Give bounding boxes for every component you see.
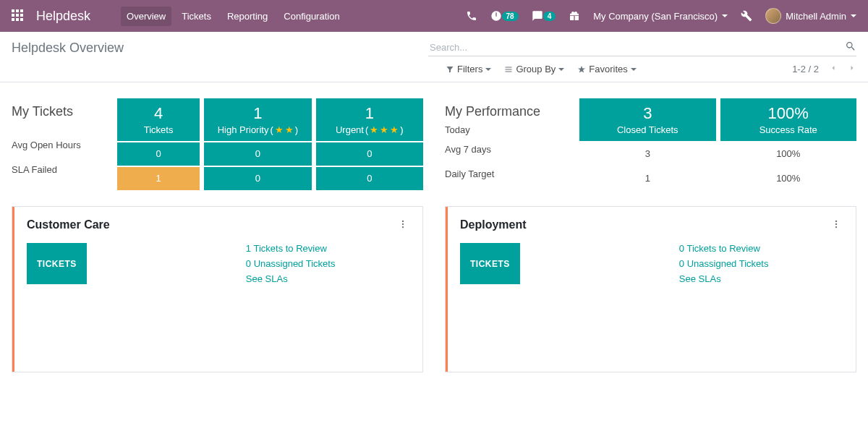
star-icon bbox=[577, 65, 586, 74]
my-tickets-panel: My Tickets Avg Open Hours SLA Failed 4 T… bbox=[12, 98, 423, 190]
groupby-button[interactable]: Group By bbox=[504, 64, 564, 74]
chevron-down-icon bbox=[722, 14, 728, 17]
search-icon[interactable] bbox=[845, 40, 856, 54]
team-name[interactable]: Customer Care bbox=[27, 218, 110, 231]
row-label-today: Today bbox=[445, 122, 575, 137]
apps-icon[interactable] bbox=[12, 9, 25, 22]
link-tickets-review[interactable]: 0 Tickets to Review bbox=[679, 243, 769, 254]
pager-prev[interactable] bbox=[829, 64, 838, 74]
more-vertical-icon bbox=[398, 219, 408, 229]
tickets-button[interactable]: TICKETS bbox=[460, 243, 520, 284]
company-name: My Company (San Francisco) bbox=[593, 11, 718, 22]
svg-point-5 bbox=[835, 226, 837, 227]
gift-icon[interactable] bbox=[569, 10, 580, 22]
svg-point-0 bbox=[402, 220, 404, 221]
svg-point-2 bbox=[402, 226, 404, 227]
link-tickets-review[interactable]: 1 Tickets to Review bbox=[246, 243, 336, 254]
pager-next[interactable] bbox=[848, 64, 856, 74]
nav-overview[interactable]: Overview bbox=[121, 7, 171, 26]
app-brand[interactable]: Helpdesk bbox=[36, 9, 90, 24]
control-panel: Helpdesk Overview Filters Group By Favor… bbox=[0, 32, 868, 82]
my-tickets-title: My Tickets bbox=[12, 104, 113, 119]
avatar bbox=[765, 8, 781, 24]
chevron-down-icon bbox=[485, 68, 491, 71]
filter-icon bbox=[446, 65, 454, 74]
star-icon: ★ bbox=[390, 124, 399, 135]
star-icon: ★ bbox=[380, 124, 388, 135]
chevron-down-icon bbox=[851, 14, 856, 17]
stat-high-priority[interactable]: 1 High Priority (★★) 0 0 bbox=[204, 98, 311, 190]
nav-configuration[interactable]: Configuration bbox=[278, 7, 345, 26]
dashboard: My Tickets Avg Open Hours SLA Failed 4 T… bbox=[0, 82, 868, 206]
svg-point-4 bbox=[835, 223, 837, 224]
breadcrumb: Helpdesk Overview bbox=[12, 40, 124, 56]
more-vertical-icon bbox=[831, 219, 841, 229]
debug-icon[interactable] bbox=[741, 10, 752, 22]
tickets-button[interactable]: TICKETS bbox=[27, 243, 87, 284]
svg-point-3 bbox=[835, 220, 837, 221]
stat-success-rate[interactable]: 100% Success Rate 100% 100% bbox=[720, 98, 857, 190]
nav-tickets[interactable]: Tickets bbox=[176, 7, 217, 26]
star-icon: ★ bbox=[285, 124, 294, 135]
filters-button[interactable]: Filters bbox=[446, 64, 491, 74]
chevron-down-icon bbox=[631, 68, 637, 71]
team-card-deployment: Deployment TICKETS 0 Tickets to Review 0… bbox=[445, 206, 856, 372]
favorites-button[interactable]: Favorites bbox=[577, 64, 636, 74]
star-icon: ★ bbox=[275, 124, 284, 135]
stat-closed-tickets[interactable]: 3 Closed Tickets 3 1 bbox=[579, 98, 716, 190]
company-selector[interactable]: My Company (San Francisco) bbox=[593, 11, 728, 22]
row-label-avg-open: Avg Open Hours bbox=[12, 132, 113, 157]
kebab-menu[interactable] bbox=[398, 219, 408, 231]
user-name: Mitchell Admin bbox=[786, 11, 846, 22]
list-icon bbox=[504, 65, 513, 74]
chevron-down-icon bbox=[558, 68, 564, 71]
team-card-customer-care: Customer Care TICKETS 1 Tickets to Revie… bbox=[12, 206, 423, 372]
link-see-slas[interactable]: See SLAs bbox=[246, 273, 336, 284]
row-label-sla-failed: SLA Failed bbox=[12, 157, 113, 182]
row-label-avg7: Avg 7 days bbox=[445, 137, 575, 161]
main-navbar: Helpdesk Overview Tickets Reporting Conf… bbox=[0, 0, 868, 32]
chevron-right-icon bbox=[848, 64, 856, 72]
messages-badge: 4 bbox=[543, 12, 556, 21]
svg-point-1 bbox=[402, 223, 404, 224]
team-cards: Customer Care TICKETS 1 Tickets to Revie… bbox=[0, 206, 868, 372]
activities-icon[interactable]: 78 bbox=[490, 10, 519, 22]
user-menu[interactable]: Mitchell Admin bbox=[765, 8, 856, 24]
phone-icon[interactable] bbox=[466, 10, 477, 22]
kebab-menu[interactable] bbox=[831, 219, 841, 231]
link-unassigned[interactable]: 0 Unassigned Tickets bbox=[679, 258, 769, 269]
link-unassigned[interactable]: 0 Unassigned Tickets bbox=[246, 258, 336, 269]
row-label-daily-target: Daily Target bbox=[445, 161, 575, 186]
pager-value[interactable]: 1-2 / 2 bbox=[792, 64, 819, 74]
my-performance-panel: My Performance Today Avg 7 days Daily Ta… bbox=[445, 98, 856, 190]
star-icon: ★ bbox=[370, 124, 378, 135]
link-see-slas[interactable]: See SLAs bbox=[679, 273, 769, 284]
stat-tickets[interactable]: 4 Tickets 0 1 bbox=[117, 98, 200, 190]
search-field[interactable] bbox=[428, 39, 856, 56]
stat-urgent[interactable]: 1 Urgent (★★★) 0 0 bbox=[316, 98, 423, 190]
activities-badge: 78 bbox=[502, 12, 519, 21]
messages-icon[interactable]: 4 bbox=[532, 10, 556, 22]
team-name[interactable]: Deployment bbox=[460, 218, 527, 231]
pager: 1-2 / 2 bbox=[792, 64, 856, 74]
my-performance-title: My Performance bbox=[445, 104, 575, 119]
nav-reporting[interactable]: Reporting bbox=[221, 7, 273, 26]
search-input[interactable] bbox=[428, 39, 856, 56]
chevron-left-icon bbox=[829, 64, 838, 72]
